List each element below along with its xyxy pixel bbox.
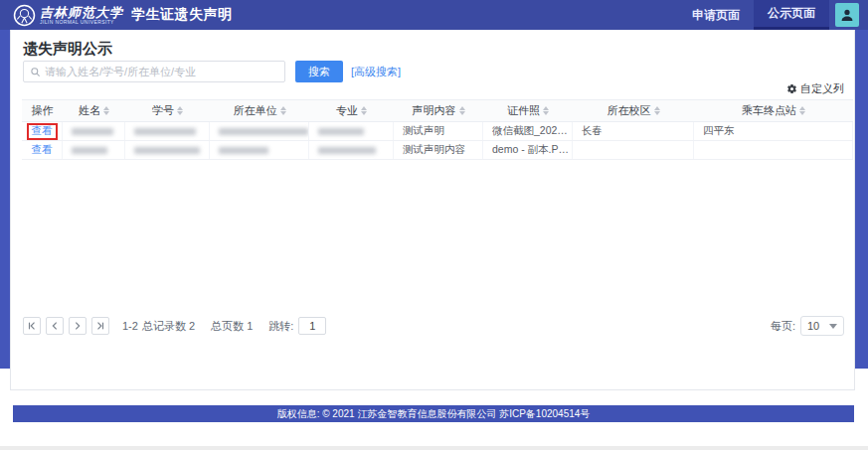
per-page-control: 每页: 10 xyxy=(771,316,844,336)
next-page-icon xyxy=(73,321,83,331)
jump-label: 跳转: xyxy=(268,319,293,334)
declarations-table: 操作姓名学号所在单位专业声明内容证件照所在校区乘车终点站 查看测试声明微信截图_… xyxy=(22,99,853,160)
cell-text: 测试声明 xyxy=(403,124,482,138)
tab-apply-page[interactable]: 申请页面 xyxy=(678,0,754,30)
column-header-2[interactable]: 学号 xyxy=(125,100,210,121)
column-label: 专业 xyxy=(336,103,358,118)
table-cell: 微信截图_2023112812... xyxy=(483,122,573,140)
column-header-6[interactable]: 证件照 xyxy=(483,100,573,121)
per-page-select[interactable]: 10 xyxy=(800,316,844,336)
column-header-1[interactable]: 姓名 xyxy=(63,100,125,121)
redacted-text xyxy=(219,147,268,154)
total-records-label: 总记录数 2 xyxy=(142,319,195,334)
redacted-text xyxy=(72,128,113,135)
column-header-5[interactable]: 声明内容 xyxy=(394,100,483,121)
highlight-box: 查看 xyxy=(27,123,58,140)
table-cell: demo - 副本.PNG xyxy=(483,141,573,159)
prev-page-icon xyxy=(50,321,60,331)
cell-text: 四平东 xyxy=(703,124,852,138)
top-header: 吉林师范大学 JILIN NORMAL UNIVERSITY 学生证遗失声明 申… xyxy=(0,0,868,30)
customize-columns-label: 自定义列 xyxy=(800,81,844,96)
first-page-icon xyxy=(27,321,37,331)
column-label: 所在校区 xyxy=(608,103,651,118)
search-box xyxy=(23,61,285,82)
column-label: 姓名 xyxy=(79,103,100,118)
prev-page-button[interactable] xyxy=(46,317,64,335)
gear-icon xyxy=(786,83,797,94)
university-logo-icon xyxy=(13,4,36,27)
jump-page-input[interactable] xyxy=(298,317,326,335)
search-button[interactable]: 搜索 xyxy=(295,61,343,82)
table-row: 查看测试声明微信截图_2023112812...长春四平东 xyxy=(22,122,853,141)
table-cell xyxy=(573,141,694,159)
page-title: 遗失声明公示 xyxy=(23,40,112,59)
sort-icon[interactable] xyxy=(177,106,183,115)
table-body: 查看测试声明微信截图_2023112812...长春四平东查看测试声明内容dem… xyxy=(22,122,853,160)
column-header-7[interactable]: 所在校区 xyxy=(573,100,694,121)
customize-columns-button[interactable]: 自定义列 xyxy=(786,81,844,96)
table-row: 查看测试声明内容demo - 副本.PNG xyxy=(22,141,853,160)
column-label: 证件照 xyxy=(507,103,540,118)
cell-text: 微信截图_2023112812... xyxy=(492,124,572,138)
university-name-cn: 吉林师范大学 xyxy=(40,6,123,19)
table-cell: 长春 xyxy=(573,122,694,140)
cell-text: 长春 xyxy=(582,124,693,138)
redacted-text xyxy=(318,128,364,135)
search-icon xyxy=(30,67,41,77)
content-card: 遗失声明公示 搜索 [高级搜索] 自定义列 操作姓名学号所在单位专业声明内容证件… xyxy=(10,30,855,390)
action-cell: 查看 xyxy=(22,141,63,159)
university-brand: 吉林师范大学 JILIN NORMAL UNIVERSITY xyxy=(13,4,123,27)
search-input[interactable] xyxy=(45,66,278,77)
tab-public-page[interactable]: 公示页面 xyxy=(754,0,829,30)
table-cell xyxy=(309,122,394,140)
view-link[interactable]: 查看 xyxy=(32,143,53,157)
sort-icon[interactable] xyxy=(459,106,465,115)
user-icon xyxy=(839,7,855,23)
sort-icon[interactable] xyxy=(654,106,660,115)
column-header-0: 操作 xyxy=(22,100,63,121)
cell-text: 测试声明内容 xyxy=(403,143,482,157)
last-page-button[interactable] xyxy=(91,317,109,335)
per-page-label: 每页: xyxy=(771,319,795,334)
record-range-label: 1-2 xyxy=(122,320,138,332)
header-tabs: 申请页面 公示页面 xyxy=(678,0,829,30)
table-cell xyxy=(125,141,210,159)
bottom-strip xyxy=(0,446,868,450)
redacted-text xyxy=(219,128,308,135)
table-cell xyxy=(309,141,394,159)
chevron-down-icon xyxy=(829,324,837,329)
search-row: 搜索 [高级搜索] xyxy=(23,61,401,82)
sort-icon[interactable] xyxy=(543,106,549,115)
sort-icon[interactable] xyxy=(280,106,286,115)
pagination-bar: 1-2 总记录数 2 总页数 1 跳转: 每页: 10 xyxy=(23,316,844,336)
advanced-search-link[interactable]: [高级搜索] xyxy=(351,65,401,79)
avatar[interactable] xyxy=(835,3,859,27)
column-label: 操作 xyxy=(32,103,54,118)
table-cell xyxy=(210,141,309,159)
table-cell: 测试声明 xyxy=(394,122,483,140)
sort-icon[interactable] xyxy=(103,106,109,115)
sort-icon[interactable] xyxy=(799,106,805,115)
app-title: 学生证遗失声明 xyxy=(131,6,233,24)
table-cell xyxy=(63,122,125,140)
next-page-button[interactable] xyxy=(69,317,87,335)
sort-icon[interactable] xyxy=(361,106,367,115)
first-page-button[interactable] xyxy=(23,317,41,335)
column-label: 学号 xyxy=(152,103,174,118)
total-pages-label: 总页数 1 xyxy=(211,319,253,334)
table-cell xyxy=(125,122,210,140)
footer-bar: 版权信息: © 2021 江苏金智教育信息股份有限公司 苏ICP备1020451… xyxy=(13,405,854,422)
university-name-en: JILIN NORMAL UNIVERSITY xyxy=(40,20,123,25)
last-page-icon xyxy=(95,321,105,331)
action-cell: 查看 xyxy=(22,122,63,140)
column-header-4[interactable]: 专业 xyxy=(309,100,394,121)
table-cell: 四平东 xyxy=(694,122,853,140)
column-label: 所在单位 xyxy=(234,103,277,118)
table-cell: 测试声明内容 xyxy=(394,141,483,159)
column-header-3[interactable]: 所在单位 xyxy=(210,100,309,121)
column-header-8[interactable]: 乘车终点站 xyxy=(694,100,853,121)
per-page-value: 10 xyxy=(807,320,819,332)
redacted-text xyxy=(134,147,200,154)
table-cell xyxy=(63,141,125,159)
view-link[interactable]: 查看 xyxy=(32,124,53,138)
